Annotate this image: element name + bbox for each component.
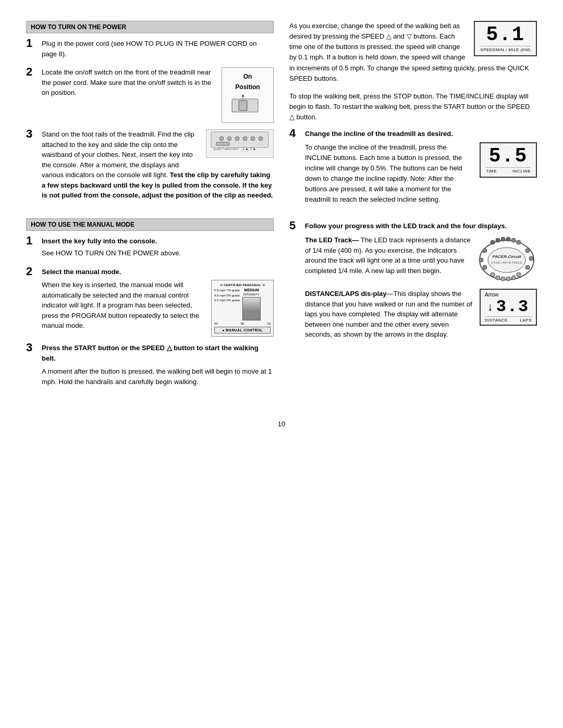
step-num-3-manual: 3 [26, 342, 38, 353]
manual-control-label: ● MANUAL CONTROL [214, 327, 271, 334]
step-num-1: 1 [26, 38, 38, 49]
cert-text: ☆ CERTIFIED PERSONAL ☆ [214, 283, 271, 287]
step-num-4: 4 [289, 128, 301, 139]
section-turn-on-power: HOW TO TURN ON THE POWER 1 Plug in the p… [26, 21, 274, 209]
page-content: HOW TO TURN ON THE POWER 1 Plug in the p… [26, 21, 537, 404]
distance-laps-play-bold: play [373, 290, 387, 298]
step-2-manual-text: Select the manual mode. [42, 267, 274, 277]
incline-display-inner: 5.5 TIME INCLINE [480, 142, 537, 178]
step-3-power: 3 [26, 129, 274, 203]
foot-rails-svg: ELECT MPH KEY 1▲ 7▲ [206, 129, 274, 158]
svg-text:ELECT MPH KEY: ELECT MPH KEY [214, 147, 239, 151]
step-5-content: Follow your progress with the LED track … [305, 221, 537, 342]
svg-point-8 [235, 137, 239, 141]
section-manual-mode: HOW TO USE THE MANUAL MODE 1 Insert the … [26, 218, 274, 396]
speed-label-left: SPEED [480, 47, 496, 52]
page-number: 10 [26, 420, 537, 428]
on-position-image: On Position [222, 67, 274, 123]
step-3-bold: Test the clip by carefully taking a few … [42, 171, 273, 199]
svg-point-9 [243, 137, 247, 141]
distance-laps-section: DISTANCE/LAPS dis-play—This display show… [305, 289, 537, 342]
svg-point-32 [483, 265, 487, 269]
step-5-bold: Follow your progress with the LED track … [305, 221, 537, 231]
medium-label: MEDIUM [242, 288, 261, 292]
step-1-content: Plug in the power cord (see HOW TO PLUG … [42, 39, 274, 61]
svg-point-17 [491, 240, 495, 244]
step-2-manual: 2 Select the manual mode. When the key i… [26, 267, 274, 337]
on-label: On [243, 73, 252, 80]
step-2-manual-content: Select the manual mode. When the key is … [42, 267, 274, 337]
incline-display-labels: TIME INCLINE [486, 167, 531, 174]
svg-point-33 [479, 258, 483, 262]
led-track-header: The LED Track— The LED track represents … [305, 235, 471, 276]
step-4-bold-text: Change the incline of the treadmill as d… [305, 130, 453, 138]
step-num-3: 3 [26, 128, 38, 140]
svg-point-29 [501, 277, 505, 281]
step-1-manual: 1 Insert the key fully into the console.… [26, 236, 274, 261]
step-1-manual-text: Insert the key fully into the console. [42, 236, 274, 246]
incline-number: 5.5 [489, 146, 528, 166]
mph-labels: 5.0 mph 7% grade 4.5 mph 5% grade 3.5 mp… [214, 288, 240, 303]
distance-display-labels: DISTANCE LAPS [485, 316, 532, 323]
arrow-down-icon: ↓ [487, 301, 493, 313]
step-3-manual-plain: A moment after the button is pressed, th… [42, 366, 274, 387]
svg-point-26 [517, 273, 521, 277]
step-1-power: 1 Plug in the power cord (see HOW TO PLU… [26, 39, 274, 61]
led-track-section: The LED Track— The LED track represents … [305, 235, 537, 283]
svg-point-23 [525, 249, 530, 253]
led-track-svg: PACER.Circuit 1/4 MI / 400 M TRACK [477, 235, 537, 282]
svg-point-22 [517, 240, 521, 244]
incline-display-box: 5.5 TIME INCLINE [480, 142, 537, 178]
svg-text:1/4 MI / 400 M TRACK: 1/4 MI / 400 M TRACK [491, 261, 522, 264]
svg-point-24 [529, 256, 533, 261]
step-num-1-manual: 1 [26, 235, 38, 246]
distance-display-box: Arrow ↓ 3.3 DISTANCE LAPS [480, 289, 537, 326]
step-4-content: Change the incline of the treadmill as d… [305, 129, 537, 207]
svg-point-20 [506, 237, 510, 241]
arrow-num-row: ↓ 3.3 [487, 299, 530, 315]
step-3-manual-content: Press the START button or the SPEED △ bu… [42, 343, 274, 389]
step-5-bold-text: Follow your progress with the LED track … [305, 222, 507, 230]
distance-label-right: LAPS [520, 318, 532, 323]
left-column: HOW TO TURN ON THE POWER 1 Plug in the p… [26, 21, 274, 404]
step-3-manual-bold: Press the START button or the SPEED △ bu… [42, 344, 259, 362]
step-num-2: 2 [26, 66, 38, 78]
distance-laps-header: DISTANCE/LAPS dis-play—This display show… [305, 289, 473, 340]
distance-number: 3.3 [496, 299, 530, 315]
svg-point-10 [251, 137, 255, 141]
step-2-manual-plain: When the key is inserted, the manual mod… [42, 280, 206, 331]
section-header-power: HOW TO TURN ON THE POWER [26, 21, 274, 33]
step-1-manual-content: Insert the key fully into the console. S… [42, 236, 274, 261]
step-5: 5 Follow your progress with the LED trac… [289, 221, 537, 342]
svg-point-21 [511, 238, 516, 242]
intensity-bar [242, 297, 261, 320]
svg-point-34 [483, 249, 487, 253]
switch-svg [229, 94, 266, 117]
svg-point-28 [506, 277, 510, 281]
speed-display-inner: 5.1 SPEED MIN / MILE (km) [474, 21, 537, 56]
distance-laps-text: DISTANCE/LAPS dis-play—This display show… [305, 289, 473, 342]
distance-label-left: DISTANCE [485, 318, 508, 323]
svg-point-18 [496, 238, 500, 242]
position-label: Position [235, 83, 260, 91]
svg-text:PACER.Circuit: PACER.Circuit [493, 254, 521, 259]
speed-label-right: MIN / MILE (km) [496, 47, 531, 52]
step-4-bold: Change the incline of the treadmill as d… [305, 129, 537, 139]
svg-point-25 [525, 265, 530, 269]
step-num-5: 5 [289, 220, 301, 231]
step-2-content: Locate the on/off switch on the front of… [42, 67, 274, 123]
speed-number: 5.1 [486, 25, 524, 45]
svg-rect-12 [216, 142, 229, 145]
step-1-manual-sub: See HOW TO TURN ON THE POWER above. [42, 248, 274, 258]
speed-display-labels: SPEED MIN / MILE (km) [480, 46, 531, 52]
stop-text: To stop the walking belt, press the STOP… [289, 91, 537, 122]
step-4: 4 Change the incline of the treadmill as… [289, 129, 537, 207]
intensity-label: INTENSITY [242, 293, 261, 296]
svg-rect-1 [239, 101, 247, 110]
svg-point-3 [242, 95, 244, 97]
svg-point-27 [511, 276, 516, 280]
right-column: 5.1 SPEED MIN / MILE (km) As you exercis… [289, 21, 537, 404]
led-track-header-text: The LED Track— [305, 236, 359, 244]
svg-text:1▲  7▲: 1▲ 7▲ [242, 146, 256, 151]
distance-laps-header-text: DISTANCE/LAPS dis- [305, 290, 373, 298]
